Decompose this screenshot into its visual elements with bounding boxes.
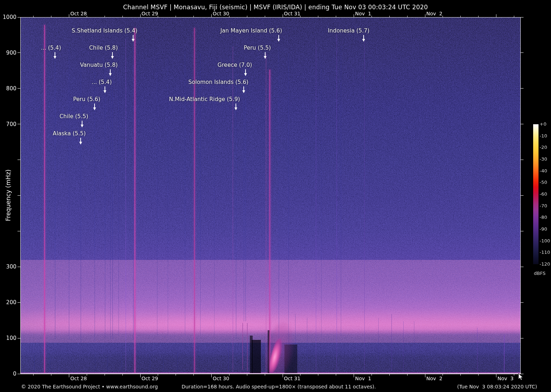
y-tick bbox=[17, 374, 20, 374]
spectral-streak bbox=[266, 54, 266, 372]
spectral-streak bbox=[112, 59, 113, 339]
x-minor-tick-bottom bbox=[389, 374, 390, 376]
x-minor-tick-top bbox=[371, 16, 372, 17]
y-tick bbox=[521, 195, 524, 196]
x-minor-tick-top bbox=[122, 16, 123, 17]
x-minor-tick-top bbox=[193, 16, 194, 17]
spectral-streak bbox=[244, 64, 244, 321]
footer-duration: Duration=168 hours. Audio speed-up=1800×… bbox=[182, 384, 376, 390]
x-minor-tick-top bbox=[229, 16, 229, 17]
spectral-streak bbox=[364, 41, 365, 371]
x-minor-tick-bottom bbox=[265, 374, 265, 376]
spectral-streak bbox=[118, 46, 119, 336]
spectral-streak bbox=[157, 54, 157, 336]
down-arrow-icon bbox=[277, 35, 280, 42]
spectral-streak bbox=[414, 321, 414, 370]
spectral-streak bbox=[95, 71, 95, 341]
spectral-streak bbox=[391, 314, 392, 371]
spectral-streak bbox=[316, 39, 316, 371]
spectral-streak bbox=[107, 355, 108, 372]
y-tick bbox=[17, 338, 20, 338]
spectral-streak bbox=[460, 353, 461, 371]
earthquake-label: Vanuatu (5.8) bbox=[80, 62, 118, 68]
x-minor-tick-bottom bbox=[514, 374, 514, 376]
y-tick bbox=[17, 17, 20, 17]
colorbar-unit-label: dBFS bbox=[534, 271, 546, 276]
x-minor-tick-bottom bbox=[33, 374, 34, 376]
x-minor-tick-bottom bbox=[105, 374, 105, 376]
spectral-streak bbox=[337, 34, 337, 371]
spectral-streak bbox=[443, 355, 443, 372]
colorbar-tick-label: -90 bbox=[540, 226, 547, 232]
spectral-streak bbox=[55, 57, 55, 339]
x-minor-tick-bottom bbox=[193, 374, 194, 376]
x-major-tick-top bbox=[283, 14, 283, 17]
down-arrow-icon bbox=[244, 69, 247, 76]
earthquake-label: Peru (5.6) bbox=[73, 96, 100, 102]
spectral-streak bbox=[150, 355, 150, 372]
colorbar-tick-label: -40 bbox=[540, 168, 547, 174]
y-tick-label: 0 bbox=[0, 371, 16, 377]
x-major-tick-bottom bbox=[69, 374, 69, 377]
spectral-streak bbox=[279, 46, 279, 339]
x-minor-tick-top bbox=[318, 16, 318, 17]
spectral-streak bbox=[246, 57, 246, 321]
x-major-tick-bottom bbox=[283, 374, 283, 377]
colorbar-tick-label: -60 bbox=[540, 191, 547, 197]
x-minor-tick-bottom bbox=[371, 374, 372, 376]
y-tick-label: 1000 bbox=[0, 14, 16, 20]
y-tick bbox=[521, 302, 524, 303]
x-tick-label-top: Nov 2 bbox=[426, 11, 443, 16]
x-minor-tick-bottom bbox=[460, 374, 461, 376]
y-axis-title: Frequency (mHz) bbox=[5, 156, 12, 235]
x-minor-tick-top bbox=[33, 16, 34, 17]
spectral-streak bbox=[81, 61, 81, 343]
earthquake-label: S.Shetland Islands (5.4) bbox=[72, 27, 137, 34]
spectral-streak bbox=[135, 28, 135, 373]
down-arrow-icon bbox=[54, 52, 57, 59]
x-minor-tick-bottom bbox=[407, 374, 408, 376]
y-tick bbox=[521, 231, 524, 231]
chart-title: Channel MSVF | Monasavu, Fiji (seismic) … bbox=[123, 4, 428, 11]
x-tick-label-top: Oct 30 bbox=[213, 11, 229, 16]
x-major-tick-bottom bbox=[211, 374, 212, 377]
x-major-tick-top bbox=[69, 14, 69, 17]
y-tick bbox=[521, 88, 524, 89]
spectral-streak bbox=[321, 57, 322, 336]
earthquake-label: Solomon Islands (5.6) bbox=[188, 79, 248, 85]
x-tick-label-bottom: Oct 29 bbox=[142, 376, 158, 381]
y-tick-label: 900 bbox=[0, 50, 16, 56]
earthquake-label: Indonesia (5.7) bbox=[328, 27, 370, 34]
spectral-streak bbox=[177, 352, 178, 372]
down-arrow-icon bbox=[81, 121, 84, 127]
spectral-streak bbox=[269, 70, 270, 373]
x-major-tick-top bbox=[354, 14, 354, 17]
y-tick bbox=[521, 52, 524, 53]
footer-copyright: © 2020 The Earthsound Project • www.eart… bbox=[21, 384, 158, 390]
x-minor-tick-top bbox=[514, 16, 514, 17]
spectral-streak bbox=[247, 323, 248, 371]
spectral-streak bbox=[242, 323, 243, 370]
x-minor-tick-bottom bbox=[87, 374, 87, 376]
earthquake-label: Greece (7.0) bbox=[218, 62, 252, 68]
down-arrow-icon bbox=[362, 35, 365, 42]
x-major-tick-top bbox=[496, 14, 496, 17]
spectral-streak bbox=[163, 356, 163, 372]
y-tick-label: 100 bbox=[0, 335, 16, 341]
footer-render-time: (Tue Nov 3 08:03:24 2020 UTC) bbox=[457, 384, 537, 390]
earthquake-label: ... (5.4) bbox=[92, 79, 112, 85]
spectral-streak bbox=[185, 50, 185, 336]
x-major-tick-bottom bbox=[496, 374, 496, 377]
y-tick bbox=[521, 160, 524, 160]
spectral-streak bbox=[69, 43, 69, 339]
colorbar-tick-label: +0 bbox=[540, 121, 546, 127]
spectral-streak bbox=[110, 68, 111, 339]
x-tick-label-bottom: Nov 1 bbox=[355, 376, 371, 381]
spectral-streak bbox=[252, 340, 261, 373]
x-tick-label-top: Nov 1 bbox=[355, 11, 371, 16]
x-tick-label-top: Oct 31 bbox=[284, 11, 300, 16]
colorbar-tick-label: -30 bbox=[540, 156, 547, 162]
x-minor-tick-top bbox=[443, 16, 443, 17]
y-tick bbox=[17, 302, 20, 303]
colorbar-tick-label: -120 bbox=[540, 261, 550, 267]
